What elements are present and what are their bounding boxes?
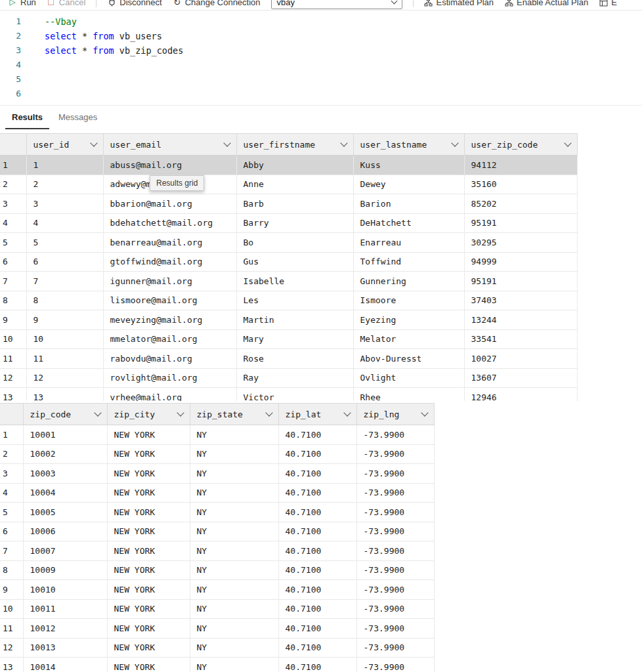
row-number-cell[interactable]: 1	[0, 156, 26, 175]
disconnect-button[interactable]: Disconnect	[107, 0, 161, 7]
grid-cell[interactable]: 12	[26, 368, 103, 388]
grid-cell[interactable]: 5	[26, 233, 103, 253]
estimated-plan-button[interactable]: Estimated Plan	[424, 0, 494, 7]
row-number-cell[interactable]: 5	[0, 233, 26, 253]
column-menu-chevron-icon[interactable]	[223, 139, 230, 146]
grid-cell[interactable]: 10002	[23, 444, 107, 464]
grid-cell[interactable]: NEW YORK	[107, 619, 190, 639]
grid-cell[interactable]: mmelator@mail.org	[103, 329, 236, 349]
grid-cell[interactable]: Enarreau	[353, 233, 464, 253]
grid-cell[interactable]: -73.9900	[356, 541, 434, 561]
code-line[interactable]: 2select * from vb_users	[0, 29, 642, 43]
column-header-zip_lat[interactable]: zip_lat	[278, 404, 356, 425]
code-line[interactable]: 5	[0, 72, 642, 87]
column-menu-chevron-icon[interactable]	[177, 409, 184, 416]
grid-cell[interactable]: NEW YORK	[107, 541, 190, 561]
cancel-button[interactable]: Cancel	[47, 0, 85, 7]
row-number-cell[interactable]: 9	[0, 310, 26, 330]
grid-cell[interactable]: 40.7100	[278, 541, 356, 561]
grid-cell[interactable]: NEW YORK	[107, 464, 190, 484]
row-number-cell[interactable]: 3	[0, 194, 26, 214]
column-header-user_email[interactable]: user_email	[103, 134, 236, 156]
grid-cell[interactable]: 10006	[23, 522, 107, 541]
grid-cell[interactable]: 10011	[23, 599, 107, 619]
grid-cell[interactable]: NY	[190, 464, 278, 484]
grid-cell[interactable]: Bo	[236, 233, 353, 253]
grid-cell[interactable]: NY	[190, 503, 278, 522]
grid-cell[interactable]: NY	[190, 638, 278, 658]
tab-messages[interactable]: Messages	[52, 106, 104, 129]
grid-cell[interactable]: 94112	[464, 156, 577, 175]
grid-cell[interactable]: NY	[190, 560, 278, 580]
grid-cell[interactable]: NEW YORK	[107, 580, 190, 600]
row-number-cell[interactable]: 8	[0, 291, 26, 310]
code-line[interactable]: 7	[0, 101, 642, 106]
column-header-user_lastname[interactable]: user_lastname	[353, 134, 464, 156]
grid-cell[interactable]: 40.7100	[278, 483, 356, 503]
grid-cell[interactable]: NY	[190, 580, 278, 600]
grid-cell[interactable]: 10012	[23, 619, 107, 639]
grid-cell[interactable]: 10005	[23, 503, 107, 522]
grid-cell[interactable]: 40.7100	[278, 658, 356, 672]
grid-cell[interactable]: NY	[190, 425, 278, 445]
row-number-cell[interactable]: 2	[0, 444, 23, 464]
grid-cell[interactable]: 40.7100	[278, 560, 356, 580]
column-menu-chevron-icon[interactable]	[265, 409, 272, 416]
grid-cell[interactable]: benarreau@mail.org	[103, 233, 236, 253]
grid-cell[interactable]: 12946	[464, 388, 577, 402]
grid-cell[interactable]: -73.9900	[356, 560, 434, 580]
row-number-cell[interactable]: 10	[0, 599, 23, 619]
row-number-cell[interactable]: 4	[0, 483, 23, 503]
grid-cell[interactable]: Rose	[236, 349, 353, 369]
grid-cell[interactable]: abuss@mail.org	[103, 156, 236, 175]
grid-cell[interactable]: NEW YORK	[107, 560, 190, 580]
grid-cell[interactable]: NEW YORK	[107, 483, 190, 503]
column-header-zip_lng[interactable]: zip_lng	[356, 404, 434, 425]
grid-cell[interactable]: NY	[190, 541, 278, 561]
grid-cell[interactable]: 13	[26, 388, 103, 402]
column-header-user_zip_code[interactable]: user_zip_code	[464, 134, 577, 156]
grid-cell[interactable]: lismoore@mail.org	[103, 291, 236, 310]
grid-cell[interactable]: Ray	[236, 368, 353, 388]
grid-cell[interactable]: meveyzing@mail.org	[103, 310, 236, 330]
grid-cell[interactable]: 11	[26, 349, 103, 369]
grid-cell[interactable]: 37403	[464, 291, 577, 310]
grid-cell[interactable]: rabovdu@mail.org	[103, 349, 236, 369]
grid-cell[interactable]: 40.7100	[278, 638, 356, 658]
grid-cell[interactable]: 40.7100	[278, 580, 356, 600]
grid-cell[interactable]: bdehatchett@mail.org	[103, 213, 236, 233]
column-menu-chevron-icon[interactable]	[564, 139, 571, 146]
row-number-cell[interactable]: 11	[0, 619, 23, 639]
grid-cell[interactable]: 2	[26, 175, 103, 194]
grid-cell[interactable]: 13607	[464, 368, 577, 388]
grid-cell[interactable]: 33541	[464, 329, 577, 349]
grid-cell[interactable]: 35160	[464, 175, 577, 194]
run-button[interactable]: ▷ Run	[8, 0, 36, 7]
grid-cell[interactable]: Isabelle	[236, 272, 353, 291]
clipped-toolbar-button[interactable]: E	[599, 0, 617, 7]
grid-cell[interactable]: NY	[190, 483, 278, 503]
code-line[interactable]: 3select * from vb_zip_codes	[0, 43, 642, 58]
grid-cell[interactable]: -73.9900	[356, 522, 434, 541]
row-number-cell[interactable]: 8	[0, 560, 23, 580]
row-number-cell[interactable]: 13	[0, 388, 26, 402]
grid-cell[interactable]: Abov-Duresst	[353, 349, 464, 369]
grid-cell[interactable]: Les	[236, 291, 353, 310]
grid-cell[interactable]: 8	[26, 291, 103, 310]
code-line[interactable]: 1--Vbay	[0, 14, 642, 29]
row-number-cell[interactable]: 10	[0, 329, 26, 349]
row-number-cell[interactable]: 9	[0, 580, 23, 600]
grid-cell[interactable]: bbarion@mail.org	[103, 194, 236, 214]
grid-cell[interactable]: 95191	[464, 272, 577, 291]
row-number-cell[interactable]: 11	[0, 349, 26, 369]
grid-cell[interactable]: 10007	[23, 541, 107, 561]
code-line[interactable]: 6	[0, 87, 642, 101]
grid-cell[interactable]: -73.9900	[356, 638, 434, 658]
column-menu-chevron-icon[interactable]	[421, 409, 428, 416]
grid-cell[interactable]: NEW YORK	[107, 503, 190, 522]
row-number-cell[interactable]: 13	[0, 658, 23, 672]
grid-cell[interactable]: Barry	[236, 213, 353, 233]
grid-cell[interactable]: Mary	[236, 329, 353, 349]
grid-cell[interactable]: gtoffwind@mail.org	[103, 252, 236, 272]
change-connection-button[interactable]: ↻ Change Connection	[173, 0, 261, 7]
